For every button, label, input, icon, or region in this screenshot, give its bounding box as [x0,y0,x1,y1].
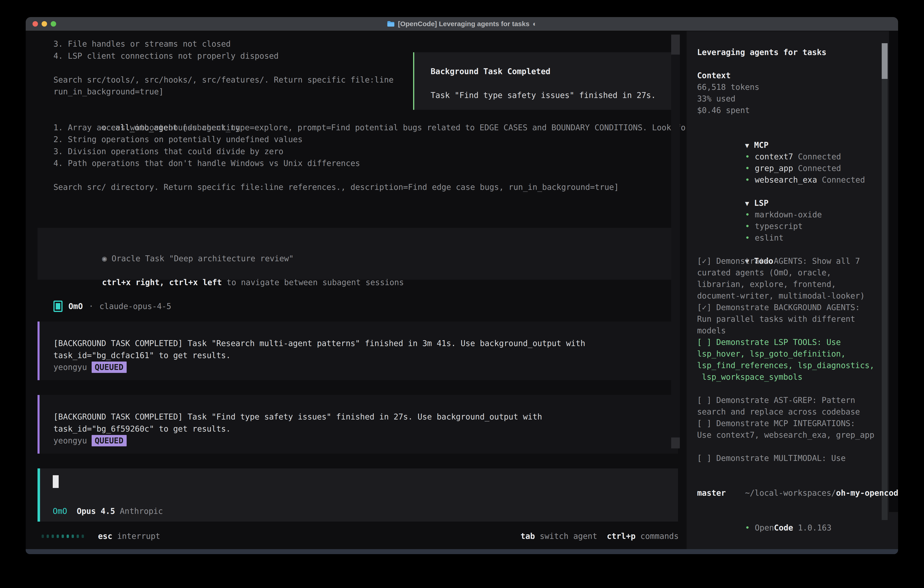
context-header: Context [697,70,879,81]
agent-header: OmO · claude-opus-4-5 [53,299,171,313]
keybind-hint-text: to navigate between subagent sessions [222,278,404,287]
esc-action-label: interrupt [117,532,160,541]
chat-scrollbar [671,35,680,448]
status-badge: QUEUED [92,362,127,373]
prompt-input[interactable]: OmO Opus 4.5 Anthropic [38,468,678,522]
scrollback-line: Search src/tools/, src/hooks/, src/featu… [53,74,394,86]
agent-model: claude-opus-4-5 [99,302,171,311]
todo-line-active: lsp_hover, lsp_goto_definition, [697,348,879,360]
sidebar-scrollbar-track [882,79,888,520]
message-line: [BACKGROUND TASK COMPLETED] Task "Resear… [53,337,678,350]
scrollback-line: 4. LSP client connections not properly d… [53,50,394,62]
todo-line: [ ] Demonstrate MULTIMODAL: Use [697,453,879,464]
input-provider-label: Anthropic [120,507,163,516]
todo-line: [✓] Demonstrate BACKGROUND AGENTS: [697,302,879,313]
todo-line-active: lsp_find_references, lsp_diagnostics, [697,360,879,371]
chat-scrollbar-thumb[interactable] [671,35,680,55]
window-title-text: [OpenCode] Leveraging agents for tasks [398,20,529,28]
todo-line: Run parallel tasks with different [697,313,879,325]
message-line: [BACKGROUND TASK COMPLETED] Task "Find t… [53,411,678,423]
todo-line: search and replace across codebase [697,406,879,418]
tool-call-item: 2. String operations on potentially unde… [53,134,690,145]
minimize-button[interactable] [41,21,47,26]
mcp-section-header[interactable]: ▼MCP [697,128,879,139]
folder-icon [387,21,395,27]
zoom-button[interactable] [51,21,56,26]
todo-line: Use context7, websearch_exa, grep_app [697,429,879,441]
sidebar-scrollbar-thumb[interactable] [882,43,888,79]
context-tokens: 66,518 tokens [697,81,879,93]
spinner-icon [41,535,84,538]
status-dot-icon: • [745,164,750,173]
ctrlp-key-hint: ctrl+p [607,532,635,541]
todo-line: [ ] Demonstrate AST-GREP: Pattern [697,395,879,406]
toast-title: Background Task Completed [431,66,675,78]
message-line: task_id="bg_dcfac161" to get results. [53,350,678,362]
keybind-hint-keys: ctrl+x right, ctrl+x left [102,278,222,287]
toast-body: Task "Find type safety issues" finished … [431,89,675,101]
titlebar: [OpenCode] Leveraging agents for tasks ◐ [26,17,898,31]
text-cursor [53,475,59,488]
esc-key-hint: esc [98,532,112,541]
context-used: 33% used [697,93,879,105]
context-spent: $0.46 spent [697,105,879,116]
status-dot-icon: • [745,222,750,231]
todo-line: librarian, explore, frontend, [697,279,879,290]
todo-line: models [697,325,879,337]
status-dot-icon: • [745,152,750,161]
traffic-lights [33,21,56,26]
session-title: Leveraging agents for tasks [697,46,879,58]
collapse-triangle-icon: ▼ [745,200,749,207]
todo-line: document-writer, multimodal-looker) [697,290,879,302]
message-line: task_id="bg_6f59260c" to get results. [53,423,678,435]
window-bottom-frame [26,549,898,554]
status-dot-icon: • [745,523,750,532]
input-model-label: Opus 4.5 [77,507,115,516]
session-sidebar: Leveraging agents for tasks Context 66,5… [686,31,898,549]
chat-scrollbar-thumb[interactable] [671,438,680,448]
message-author: yeongyu [53,363,87,372]
workspace-path: ~/local-workspaces/oh-my-opencode: [697,476,879,487]
oracle-task-box: ◉ Oracle Task "Deep architecture review"… [38,228,678,280]
half-circle-icon: ◐ [533,20,537,28]
scrollback-line: 3. File handles or streams not closed [53,38,394,50]
oracle-task-title: Oracle Task "Deep architecture review" [107,254,294,263]
tab-key-hint: tab [521,532,535,541]
collapse-triangle-icon: ▼ [745,141,749,149]
tool-call-args: [subagent_type=explore, prompt=Find pote… [183,123,690,132]
todo-line-active: [ ] Demonstrate LSP TOOLS: Use [697,337,879,348]
fisheye-icon: ◉ [102,254,107,263]
status-dot-icon: • [745,233,750,243]
message-block: [BACKGROUND TASK COMPLETED] Task "Find t… [38,395,678,454]
tool-call-item: 3. Division operations that could divide… [53,145,690,158]
message-block: [BACKGROUND TASK COMPLETED] Task "Resear… [38,322,678,380]
background-task-toast: Background Task Completed Task "Find typ… [413,52,676,110]
todo-line-active: lsp_workspace_symbols [697,371,879,383]
close-button[interactable] [33,21,38,26]
app-window: [OpenCode] Leveraging agents for tasks ◐… [26,17,898,554]
tool-call-tail: Search src/ directory. Return specific f… [53,181,690,193]
opencode-version: •OpenCode 1.0.163 [697,510,879,522]
scrollback-text: 3. File handles or streams not closed 4.… [53,38,394,98]
agent-name: OmO [68,302,83,311]
status-badge: QUEUED [92,435,127,446]
separator-dot: · [89,302,94,311]
message-author: yeongyu [53,436,87,445]
tab-action-label: switch agent [540,532,597,541]
todo-line: [ ] Demonstrate MCP INTEGRATIONS: [697,418,879,429]
terminal-content: 3. File handles or streams not closed 4.… [26,31,898,549]
todo-line: [✓] Demonstrate AGENTS: Show all 7 [697,255,879,267]
tool-call-item: 4. Path operations that don't handle Win… [53,157,690,169]
tool-call-block: ⚙call_omo_agent[subagent_type=explore, p… [53,110,690,193]
chat-pane: 3. File handles or streams not closed 4.… [26,31,686,549]
input-agent-label: OmO [53,507,67,516]
agent-square-icon [53,301,63,312]
sidebar-edge-gutter [889,31,898,512]
ctrlp-action-label: commands [640,532,679,541]
status-bar: esc interrupt tab switch agent ctrl+p co… [41,530,679,542]
status-dot-icon: • [745,210,750,219]
scrollback-line: run_in_background=true] [53,86,394,98]
todo-line: curated agents (OmO, oracle, [697,267,879,279]
status-dot-icon: • [745,175,750,184]
window-title: [OpenCode] Leveraging agents for tasks ◐ [387,20,537,28]
